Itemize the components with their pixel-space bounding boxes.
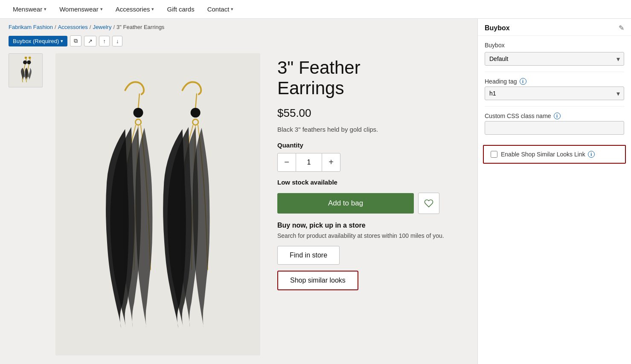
breadcrumb-current: 3" Feather Earrings: [116, 24, 164, 30]
product-thumbnail[interactable]: [9, 53, 43, 87]
pickup-description: Search for product availability at store…: [277, 232, 469, 240]
find-in-store-button[interactable]: Find in store: [277, 246, 340, 265]
panel-section-css: Custom CSS class name i: [478, 107, 631, 141]
chevron-down-icon: ▾: [151, 6, 154, 12]
heading-tag-label: Heading tag i: [485, 78, 624, 85]
svg-point-8: [135, 119, 141, 124]
breadcrumb-jewelry[interactable]: Jewelry: [93, 24, 111, 30]
edit-icon[interactable]: ✎: [619, 24, 624, 32]
export-button[interactable]: ↗: [84, 36, 96, 46]
svg-point-7: [191, 107, 201, 117]
wishlist-button[interactable]: [418, 193, 439, 214]
product-price: $55.00: [277, 107, 469, 120]
module-toolbar: Buybox (Required) ▾ ⧉ ↗ ↑ ↓: [0, 33, 477, 49]
svg-point-2: [28, 57, 31, 59]
heart-icon: [424, 199, 433, 208]
main-layout: Fabrikam Fashion / Accessories / Jewelry…: [0, 19, 631, 364]
quantity-control: − 1 +: [277, 153, 469, 172]
heading-tag-select[interactable]: h1 h2 h3 h4 h5 h6: [485, 87, 624, 100]
enable-similar-looks-row: Enable Shop Similar Looks Link i: [483, 145, 626, 164]
svg-point-0: [24, 57, 27, 59]
shop-similar-looks-button[interactable]: Shop similar looks: [277, 271, 358, 290]
panel-section-label: Buybox: [485, 42, 624, 49]
chevron-down-icon: ▾: [231, 6, 233, 12]
quantity-decrease-button[interactable]: −: [277, 153, 296, 172]
product-thumbnails: [9, 53, 47, 355]
heading-tag-info-icon[interactable]: i: [520, 78, 526, 85]
right-panel: Buybox ✎ Buybox Default Option 1 Option …: [477, 19, 631, 364]
svg-point-6: [134, 107, 143, 117]
enable-similar-info-icon[interactable]: i: [588, 151, 595, 158]
page-content: Fabrikam Fashion / Accessories / Jewelry…: [0, 19, 477, 364]
product-main-image: [55, 53, 260, 355]
product-title: 3" FeatherEarrings: [277, 58, 469, 99]
nav-accessories[interactable]: Accessories ▾: [116, 6, 154, 13]
quantity-value: 1: [296, 153, 322, 172]
css-class-label: Custom CSS class name i: [485, 113, 624, 119]
svg-point-3: [27, 60, 31, 64]
buybox-module-button[interactable]: Buybox (Required) ▾: [9, 36, 67, 46]
chevron-down-icon: ▾: [44, 6, 47, 12]
quantity-increase-button[interactable]: +: [322, 153, 340, 172]
panel-title: Buybox: [485, 24, 510, 32]
add-to-bag-row: Add to bag: [277, 193, 469, 214]
svg-line-5: [195, 93, 197, 108]
panel-header: Buybox ✎: [478, 19, 631, 36]
chevron-down-icon: ▾: [100, 6, 103, 12]
product-details: 3" FeatherEarrings $55.00 Black 3" feath…: [269, 53, 469, 355]
move-up-button[interactable]: ↑: [99, 36, 110, 46]
nav-contact[interactable]: Contact ▾: [207, 6, 234, 13]
pickup-title: Buy now, pick up in a store: [277, 222, 469, 229]
dropdown-arrow-icon: ▾: [61, 38, 63, 44]
product-description: Black 3" feathers held by gold clips.: [277, 126, 469, 133]
panel-section-module: Buybox Default Option 1 Option 2: [478, 36, 631, 72]
panel-section-heading: Heading tag i h1 h2 h3 h4 h5 h6: [478, 72, 631, 106]
add-to-bag-button[interactable]: Add to bag: [277, 193, 414, 214]
css-class-info-icon[interactable]: i: [554, 113, 561, 119]
breadcrumb-accessories[interactable]: Accessories: [58, 24, 88, 30]
stock-status: Low stock available: [277, 179, 469, 186]
nav-gift-cards[interactable]: Gift cards: [167, 6, 194, 13]
nav-menswear[interactable]: Menswear ▾: [13, 6, 47, 13]
quantity-label: Quantity: [277, 142, 469, 149]
top-navigation: Menswear ▾ Womenswear ▾ Accessories ▾ Gi…: [0, 0, 631, 19]
enable-similar-looks-label: Enable Shop Similar Looks Link i: [501, 151, 595, 158]
svg-point-1: [23, 60, 27, 64]
svg-line-4: [138, 93, 140, 108]
nav-womenswear[interactable]: Womenswear ▾: [59, 6, 102, 13]
move-down-button[interactable]: ↓: [112, 36, 123, 46]
enable-similar-looks-checkbox[interactable]: [491, 151, 497, 158]
thumbnail-image: [14, 57, 38, 84]
breadcrumb-home[interactable]: Fabrikam Fashion: [9, 24, 53, 30]
css-class-input[interactable]: [485, 121, 624, 135]
variant-select[interactable]: Default Option 1 Option 2: [485, 52, 624, 66]
svg-point-9: [192, 119, 198, 124]
heading-tag-select-wrapper: h1 h2 h3 h4 h5 h6: [485, 87, 624, 100]
breadcrumb: Fabrikam Fashion / Accessories / Jewelry…: [0, 19, 477, 33]
copy-button[interactable]: ⧉: [70, 35, 81, 46]
product-area: 3" FeatherEarrings $55.00 Black 3" feath…: [0, 49, 477, 364]
variant-select-wrapper: Default Option 1 Option 2: [485, 52, 624, 66]
